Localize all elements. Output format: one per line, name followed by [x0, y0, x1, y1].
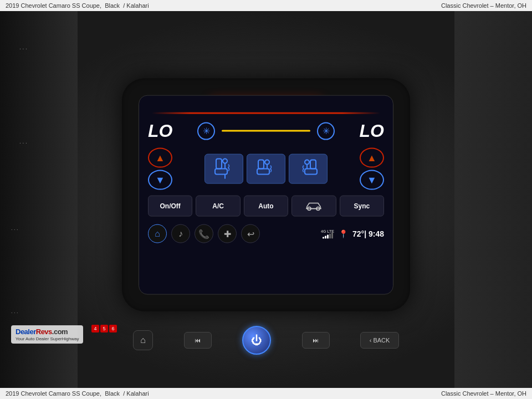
physical-controls: ⌂ ⏮ ⏻ ⏭ ‹ BACK — [133, 326, 399, 355]
infotainment-screen[interactable]: LO ✳ ✳ LO ▲ ▼ — [139, 95, 393, 295]
bottom-bar-right: Classic Chevrolet – Mentor, OH — [441, 390, 526, 397]
fan-icon-right[interactable]: ✳ — [317, 122, 335, 140]
watermark-sub: Your Auto Dealer SuperHighway — [16, 336, 79, 341]
photo-count-top: . . . — [11, 226, 18, 231]
watermark-text: DealerRevs.com — [16, 328, 79, 336]
right-temp-up[interactable]: ▲ — [360, 148, 384, 168]
fan-speed-row: LO ✳ ✳ LO — [148, 121, 384, 141]
watermark: DealerRevs.com Your Auto Dealer SuperHig… — [11, 325, 83, 344]
right-temp-down[interactable]: ▼ — [360, 170, 384, 190]
top-bar: 2019 Chevrolet Camaro SS Coupe, Black / … — [0, 0, 532, 11]
watermark-logo: DealerRevs.com Your Auto Dealer SuperHig… — [11, 325, 83, 344]
svg-rect-9 — [310, 160, 316, 169]
left-temp-buttons: ▲ ▼ — [148, 148, 172, 190]
svg-rect-1 — [215, 169, 227, 175]
back-button[interactable]: ‹ BACK — [360, 332, 399, 349]
signal-bar-2 — [325, 236, 326, 238]
sync-button[interactable]: Sync — [340, 196, 384, 217]
top-bar-left: 2019 Chevrolet Camaro SS Coupe, Black / … — [6, 2, 149, 9]
ac-button[interactable]: A/C — [196, 196, 240, 217]
next-track-button[interactable]: ⏭ — [302, 332, 330, 349]
bottom-bar-left: 2019 Chevrolet Camaro SS Coupe, Black / … — [6, 390, 149, 397]
right-temp-buttons: ▲ ▼ — [360, 148, 384, 190]
left-temp-lo: LO — [148, 121, 181, 141]
svg-rect-6 — [257, 169, 269, 175]
seat-heat-row — [172, 154, 360, 184]
svg-rect-0 — [216, 159, 222, 169]
signal-bar-3 — [327, 234, 329, 238]
bottom-screen-row: ⌂ ♪ 📞 ✚ ↩ 4G LTE — [148, 223, 384, 243]
fan-icon-left[interactable]: ✳ — [197, 122, 215, 140]
photo-index-badges: 4 5 6 — [91, 325, 117, 332]
power-icon: ⏻ — [251, 334, 262, 347]
back-nav-icon[interactable]: ↩ — [241, 224, 260, 243]
bottom-bar: 2019 Chevrolet Camaro SS Coupe, Black / … — [0, 388, 532, 399]
index-label-2: . . . — [19, 139, 27, 145]
car-icon-button[interactable] — [291, 196, 336, 217]
main-photo: LO ✳ ✳ LO ▲ ▼ — [0, 11, 532, 388]
svg-point-2 — [223, 159, 227, 163]
home-nav-icon[interactable]: ⌂ — [148, 224, 167, 243]
signal-bar-4 — [329, 233, 331, 238]
temp-time: 72°| 9:48 — [352, 229, 384, 238]
seat-heat-right[interactable] — [289, 154, 328, 184]
signal-bar-5 — [331, 232, 333, 238]
on-off-button[interactable]: On/Off — [148, 196, 192, 217]
svg-rect-10 — [305, 169, 317, 175]
auto-button[interactable]: Auto — [244, 196, 288, 217]
function-buttons-row: On/Off A/C Auto Sync — [148, 196, 384, 217]
signal-bars — [323, 233, 333, 238]
fan-controls: ✳ ✳ — [181, 122, 351, 140]
lte-status: 4G LTE — [321, 229, 334, 238]
gps-icon: 📍 — [339, 229, 348, 238]
svg-point-7 — [265, 160, 269, 165]
prev-track-button[interactable]: ⏮ — [184, 332, 212, 349]
music-nav-icon[interactable]: ♪ — [171, 224, 190, 243]
power-knob[interactable]: ⏻ — [242, 326, 271, 355]
svg-point-11 — [305, 160, 309, 165]
svg-rect-5 — [258, 160, 264, 169]
temp-controls: ▲ ▼ — [148, 148, 384, 190]
fan-speed-slider[interactable] — [222, 130, 310, 132]
physical-home-button[interactable]: ⌂ — [133, 330, 153, 350]
screen-frame: LO ✳ ✳ LO ▲ ▼ — [122, 79, 410, 311]
apps-nav-icon[interactable]: ✚ — [218, 224, 237, 243]
screen-content: LO ✳ ✳ LO ▲ ▼ — [139, 96, 393, 294]
seat-heat-left[interactable] — [204, 154, 243, 184]
badge-5: 5 — [100, 325, 108, 332]
right-panel — [454, 11, 532, 388]
right-temp-lo: LO — [351, 121, 384, 141]
signal-bar-1 — [323, 237, 324, 238]
nav-icons: ⌂ ♪ 📞 ✚ ↩ — [148, 224, 260, 243]
seat-heat-center[interactable] — [247, 154, 285, 184]
index-label-1: . . . — [19, 44, 27, 50]
photo-count-mid: . . . — [11, 309, 18, 314]
badge-4: 4 — [91, 325, 99, 332]
left-temp-down[interactable]: ▼ — [148, 170, 172, 190]
left-temp-up[interactable]: ▲ — [148, 148, 172, 168]
status-row: 4G LTE 📍 72°| 9:48 — [321, 229, 384, 238]
top-bar-right: Classic Chevrolet – Mentor, OH — [441, 2, 526, 9]
phone-nav-icon[interactable]: 📞 — [195, 224, 213, 243]
badge-6: 6 — [109, 325, 117, 332]
